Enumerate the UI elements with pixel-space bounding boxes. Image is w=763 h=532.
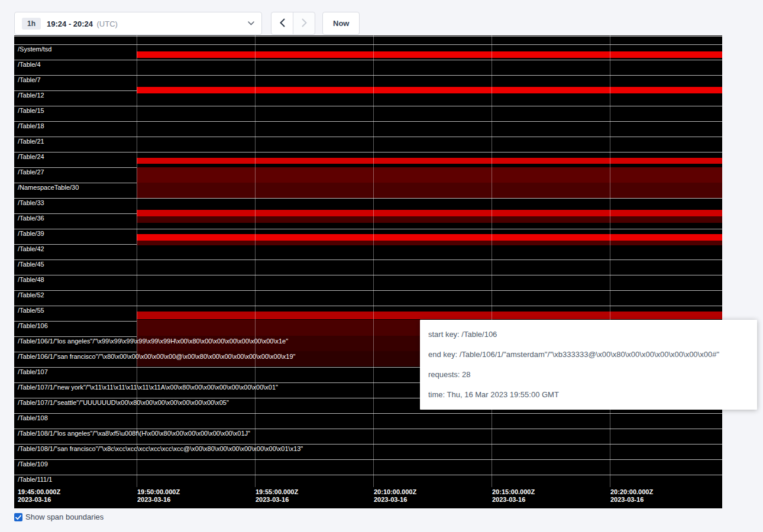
time-gridline [610,35,610,487]
row-label: /Table/7 [18,76,41,84]
span-boundary-line [14,36,722,37]
row-label: /Table/18 [18,122,44,130]
time-axis-label: 19:45:00.000Z2023-03-16 [18,488,60,504]
show-span-boundaries-checkbox[interactable] [14,513,22,521]
heat-band[interactable] [137,87,722,93]
time-gridline [255,35,256,487]
row-label: /Table/52 [18,291,44,299]
span-boundary-line [14,429,722,429]
row-label: /Table/106/1/"los angeles"/"\x99\x99\x99… [18,338,288,345]
heat-band[interactable] [137,51,722,58]
key-visualizer-page: { "toolbar": { "range": { "badge": "1h",… [0,0,763,532]
row-label: /Table/21 [18,138,44,145]
row-label: /Table/4 [18,61,41,69]
chevron-down-icon [248,21,254,25]
time-axis-label: 20:10:00.000Z2023-03-16 [374,488,416,504]
span-boundary-line [14,137,722,137]
heat-band[interactable] [137,167,722,183]
time-range-selector[interactable]: 1h 19:24 - 20:24 (UTC) [14,12,262,35]
checkmark-icon [15,512,21,523]
range-duration-badge: 1h [22,18,41,30]
row-label: /Table/108/1/"san francisco"/"\x8c\xcc\x… [18,445,303,453]
row-label: /NamespaceTable/30 [18,184,79,192]
prev-range-button[interactable] [271,12,293,35]
row-label: /Table/109 [18,460,48,468]
heat-band[interactable] [137,210,722,216]
row-label: /Table/48 [18,276,44,284]
row-label: /Table/106/1/"san francisco"/"\x80\x00\x… [18,353,296,361]
time-nav-group [271,12,315,35]
time-axis-label: 19:50:00.000Z2023-03-16 [137,488,180,504]
heat-band[interactable] [137,216,722,223]
footer: Show span boundaries [14,512,104,521]
heat-band[interactable] [137,312,722,319]
row-label: /Table/24 [18,153,44,161]
row-label: /Table/108 [18,414,48,422]
next-range-button[interactable] [293,12,315,35]
row-label: /Table/107/1/"new york"/"\x11\x11\x11\x1… [18,384,278,391]
time-axis-label: 20:15:00.000Z2023-03-16 [492,488,535,504]
span-boundary-line [14,106,722,106]
hover-tooltip: start key: /Table/106 end key: /Table/10… [420,320,757,410]
range-label: 19:24 - 20:24 [47,20,93,28]
span-boundary-line [14,198,722,199]
time-gridline [373,35,374,487]
row-label: /Table/111/1 [18,476,52,484]
time-gridline [492,35,492,487]
span-boundary-line [14,152,722,153]
time-axis-label: 20:20:00.000Z2023-03-16 [610,488,653,504]
show-span-boundaries-label: Show span boundaries [25,512,104,521]
row-label: /System/tsd [18,46,51,53]
row-label: /Table/108/1/"los angeles"/"\xa8\xf5\u00… [18,430,250,437]
row-label: /Table/107/1/"seattle"/"UUUUUUD\x00\x80\… [18,399,229,407]
span-boundary-line [14,459,722,460]
key-visualizer-canvas[interactable]: /System/tsd/Table/4/Table/7/Table/12/Tab… [14,35,722,508]
row-label: /Table/12 [18,92,44,99]
row-label: /Table/39 [18,230,44,238]
row-label: /Table/36 [18,215,44,222]
row-label: /Table/15 [18,107,44,115]
tooltip-end-key: end key: /Table/106/1/"amsterdam"/"\xb33… [428,345,749,365]
row-label: /Table/107 [18,368,48,376]
heat-band[interactable] [137,183,722,198]
span-boundary-line [14,290,722,291]
row-label: /Table/106 [18,322,48,330]
now-button[interactable]: Now [322,12,360,35]
row-label: /Table/45 [18,261,44,268]
tooltip-time: time: Thu, 16 Mar 2023 19:55:00 GMT [428,385,749,405]
span-boundary-line [14,413,722,414]
row-label: /Table/33 [18,199,44,207]
tooltip-requests: requests: 28 [428,365,749,385]
time-axis-label: 19:55:00.000Z2023-03-16 [256,488,298,504]
tooltip-start-key: start key: /Table/106 [428,325,749,345]
heat-band[interactable] [137,158,722,164]
span-boundary-line [14,475,722,475]
span-boundary-line [14,44,722,45]
span-boundary-line [14,121,722,122]
span-boundary-line [14,275,722,275]
span-boundary-line [14,444,722,445]
span-boundary-line [14,60,722,60]
span-boundary-line [14,306,722,306]
row-label: /Table/42 [18,245,44,253]
span-boundary-line [14,75,722,76]
range-timezone: (UTC) [97,20,118,28]
time-gridline [137,35,137,487]
chevron-left-icon [280,18,285,29]
row-label: /Table/27 [18,168,44,176]
span-boundary-line [14,229,722,229]
row-label: /Table/55 [18,307,44,314]
heat-band[interactable] [137,234,722,241]
heat-band[interactable] [137,241,722,245]
span-boundary-line [14,259,722,260]
chevron-right-icon [302,18,307,29]
